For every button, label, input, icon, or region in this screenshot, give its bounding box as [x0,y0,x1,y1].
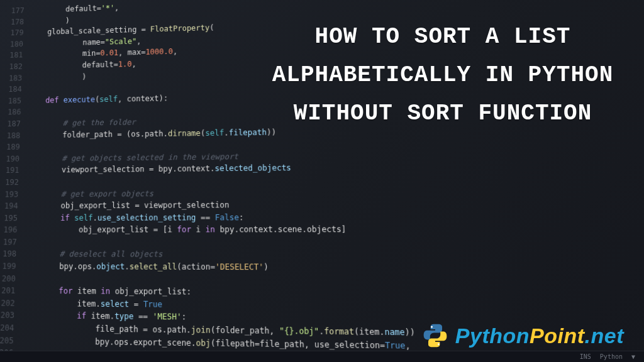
token-op: == [133,312,153,321]
token-op: )) [404,327,415,337]
token-id: bpy.context.scene.objects [219,225,341,234]
token-def: execute [64,95,96,104]
token-op: , [131,60,136,69]
code-content: viewport_selection = bpy.context.selecte… [25,162,291,177]
svg-point-0 [431,326,433,328]
token-prop: use_selection_setting [97,213,196,222]
gutter-number: 202 [0,297,21,310]
poster-stage: 177 default='*',178 )179 global_scale_se… [0,0,644,362]
code-content: # get the folder [26,116,135,129]
gutter-number: 187 [0,118,27,130]
gutter-number: 180 [3,38,30,50]
token-op: , [114,4,119,13]
token-op: : [182,312,187,322]
token-op: = [129,299,143,309]
token-op: = [141,48,145,57]
gutter-number: 196 [0,224,24,236]
brand-python: Python [455,324,530,348]
token-id: os.path. [153,325,191,335]
gutter-number: 189 [0,141,26,153]
headline-text: HOW TO SORT A LIST ALPHABETICALLY IN PYT… [267,18,619,133]
token-id: bpy.context. [158,164,215,173]
token-op: = [135,201,144,211]
token-kw: for [21,286,77,295]
token-kw: if [24,213,74,222]
token-id: item [77,287,101,296]
token-op: = [143,325,152,334]
token-op: . [224,128,229,137]
token-prop: filepath [229,128,267,137]
gutter-number: 182 [1,61,28,73]
token-bool: False [215,212,239,222]
editor-statusbar: INS Python ▼ [0,351,644,362]
gutter-number: 205 [0,334,20,347]
code-line: 195 if self.use_selection_setting == Fal… [0,210,644,224]
token-cmt: # get the folder [26,118,135,128]
token-op: = [ [153,225,168,234]
token-cmt: # deselect all objects [23,250,163,259]
gutter-number: 190 [0,153,26,165]
token-id: default [28,60,113,71]
status-cursor: ▼ [631,353,635,360]
code-content: if item.type == 'MESH': [21,310,186,324]
token-kw: if [21,311,91,321]
brand-tld: .net [585,324,624,348]
token-prop: name [384,327,405,337]
gutter-number: 201 [0,285,22,297]
token-id: bpy.ops.export_scene. [20,336,196,348]
code-content: # deselect all objects [23,248,163,261]
code-line: 196 obj_export_list = [i for i in bpy.co… [0,222,644,236]
token-id: name [29,38,100,48]
token-op: : [186,287,191,297]
code-content: obj_export_list = viewport_selection [24,199,229,212]
token-id: min [29,49,96,59]
token-num: 0.01 [100,48,118,57]
python-icon [421,322,449,349]
token-op: (action= [177,262,215,272]
token-id: max [127,48,141,57]
gutter-number: 192 [0,177,25,189]
gutter-number: 199 [0,260,23,273]
token-id: i [196,225,206,234]
token-op: , [136,36,141,45]
status-mode: INS [580,353,591,360]
token-op: = [141,25,150,34]
token-fn: dirname [168,128,201,138]
token-prop: selected_objects [214,163,291,173]
token-id: global_scale_setting [30,25,142,36]
token-op: ( [209,23,214,32]
gutter-number: 191 [0,165,26,177]
token-kw: in [101,287,115,296]
token-str: "{}.obj" [279,326,319,336]
token-op: , context): [118,94,168,103]
token-cmt: # get export objects [25,189,153,199]
gutter-number: 177 [4,5,31,17]
token-prop: object [96,262,125,272]
token-fn: format [324,327,354,337]
brand-logo: PythonPoint.net [421,322,624,349]
token-op: (folder_path, [211,326,279,336]
code-content: item.select = True [21,297,162,311]
token-id: viewport_selection [25,165,149,175]
token-id: item. [21,299,101,309]
token-kw: def [28,96,64,105]
token-fn: join [191,325,211,335]
gutter-number: 188 [0,129,26,141]
token-op: ) [30,16,70,26]
token-op: ) [264,263,269,272]
code-content: if self.use_selection_setting == False: [24,211,244,224]
token-prop: select [101,299,129,309]
token-id: viewport_selection [144,200,229,210]
token-op: : [239,212,244,222]
token-id: obj_export_list [23,225,153,234]
token-id: file_path [20,324,143,334]
gutter-number: 203 [0,309,21,322]
token-id: item. [91,312,114,321]
token-id: folder_path [26,129,117,140]
gutter-number: 186 [0,106,28,118]
code-content: obj_export_list = [i for i in bpy.contex… [23,224,347,236]
token-kw: in [206,225,220,234]
gutter-number: 193 [0,189,25,200]
token-bool: True [385,340,406,350]
token-op: ) [28,72,87,82]
